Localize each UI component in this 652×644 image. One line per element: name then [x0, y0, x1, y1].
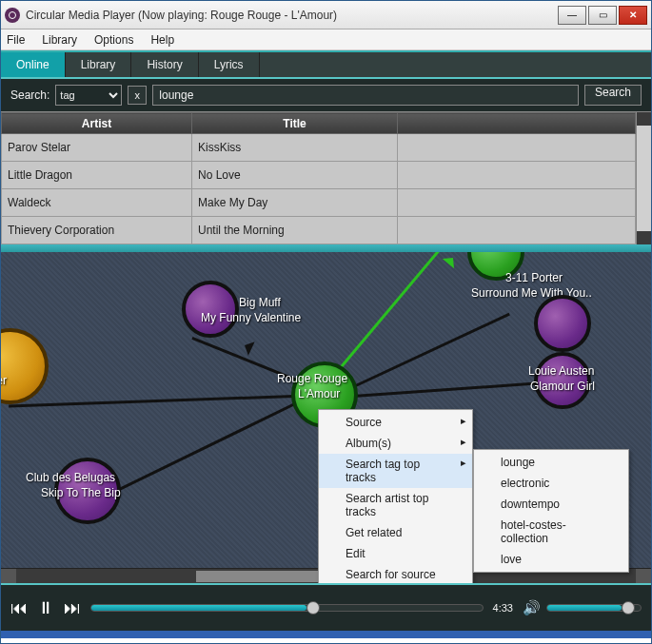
app-window: Circular Media Player (Now playing: Roug…: [0, 0, 652, 644]
volume-control: 🔊: [523, 599, 642, 616]
table-row[interactable]: Parov StelarKissKiss: [2, 134, 636, 162]
tab-history[interactable]: History: [131, 52, 198, 77]
node-label: L'Amour: [298, 387, 340, 400]
menu-file[interactable]: File: [7, 33, 25, 47]
sub-tag[interactable]: electronic: [474, 473, 628, 494]
volume-fill: [547, 605, 622, 611]
graph-node[interactable]: [182, 281, 239, 338]
edge: [345, 313, 509, 392]
results-table-wrap: Artist Title Parov StelarKissKiss Little…: [1, 111, 651, 244]
node-label: Skip To The Bip: [41, 486, 121, 499]
ctx-search-artist-top[interactable]: Search artist top tracks: [319, 488, 472, 522]
tab-online[interactable]: Online: [1, 52, 66, 77]
maximize-button[interactable]: ▭: [588, 6, 617, 25]
col-artist[interactable]: Artist: [2, 113, 192, 134]
pane-divider[interactable]: [1, 244, 651, 252]
arrowhead-icon: [234, 335, 254, 355]
node-label: My Funny Valentine: [201, 311, 301, 324]
seek-fill: [91, 605, 306, 611]
tab-library[interactable]: Library: [66, 52, 132, 77]
node-label: Rouge Rouge: [277, 372, 347, 385]
arrowhead-icon: [443, 252, 464, 268]
minimize-button[interactable]: —: [558, 6, 586, 25]
node-label: 3-11 Porter: [505, 271, 563, 284]
context-submenu: lounge electronic downtempo hotel-costes…: [473, 449, 629, 573]
seek-knob[interactable]: [306, 601, 320, 615]
prev-button[interactable]: ⏮: [10, 598, 28, 618]
col-blank: [398, 113, 636, 134]
clear-search-button[interactable]: x: [128, 86, 147, 105]
titlebar[interactable]: Circular Media Player (Now playing: Roug…: [1, 1, 651, 29]
sub-tag[interactable]: downtempo: [474, 494, 628, 515]
table-row[interactable]: Little DragonNo Love: [2, 162, 636, 189]
tab-lyrics[interactable]: Lyrics: [199, 52, 260, 77]
edge: [9, 395, 294, 407]
node-label: Big Muff: [239, 296, 281, 309]
sub-tag[interactable]: hotel-costes-collection: [474, 515, 628, 549]
sub-tag[interactable]: lounge: [474, 452, 628, 473]
close-button[interactable]: ✕: [619, 6, 647, 25]
context-menu: Source Album(s) Search tag top tracks Se…: [318, 409, 473, 583]
seek-slider[interactable]: [90, 604, 484, 612]
edge: [104, 400, 302, 498]
menubar: File Library Options Help: [1, 29, 651, 50]
search-button[interactable]: Search: [584, 85, 642, 106]
search-mode-select[interactable]: tag: [55, 85, 122, 106]
window-controls: — ▭ ✕: [558, 6, 647, 25]
col-title[interactable]: Title: [192, 113, 398, 134]
speaker-icon[interactable]: 🔊: [523, 599, 541, 616]
scroll-left-icon[interactable]: [1, 569, 16, 583]
scroll-right-icon[interactable]: [636, 569, 651, 583]
ctx-search-tag-top[interactable]: Search tag top tracks: [319, 454, 472, 488]
table-row[interactable]: Thievery CorporationUntil the Morning: [2, 217, 636, 244]
edge: [353, 381, 553, 398]
ctx-get-related[interactable]: Get related: [319, 522, 472, 543]
table-row[interactable]: WaldeckMake My Day: [2, 189, 636, 217]
bottom-accent: [1, 631, 651, 638]
volume-slider[interactable]: [546, 604, 642, 612]
window-title: Circular Media Player (Now playing: Roug…: [26, 9, 558, 22]
node-label: Louie Austen: [528, 364, 594, 378]
app-icon: [5, 8, 20, 23]
volume-knob[interactable]: [622, 601, 635, 615]
node-label: Club des Belugas: [26, 471, 115, 484]
player-bar: ⏮ ⏸ ⏭ 4:33 🔊: [1, 583, 651, 631]
node-label: Glamour Girl: [530, 380, 595, 393]
results-table: Artist Title Parov StelarKissKiss Little…: [1, 112, 636, 244]
time-total: 4:33: [493, 602, 513, 614]
graph-node[interactable]: [1, 328, 49, 404]
pause-button[interactable]: ⏸: [37, 598, 54, 618]
graph-view[interactable]: d loser Big Muff My Funny Valentine 3-11…: [1, 252, 651, 583]
menu-help[interactable]: Help: [150, 33, 174, 47]
menu-options[interactable]: Options: [94, 33, 133, 47]
ctx-edit[interactable]: Edit: [319, 543, 472, 564]
tab-bar: Online Library History Lyrics: [1, 50, 651, 79]
menu-library[interactable]: Library: [42, 33, 77, 47]
node-label: loser: [1, 374, 7, 387]
ctx-albums[interactable]: Album(s): [319, 433, 472, 454]
graph-node[interactable]: [534, 295, 591, 352]
search-label: Search:: [10, 88, 49, 102]
next-button[interactable]: ⏭: [64, 598, 81, 618]
sub-tag[interactable]: love: [474, 549, 628, 570]
table-scrollbar[interactable]: [636, 112, 651, 244]
search-row: Search: tag x Search: [1, 79, 651, 111]
ctx-source[interactable]: Source: [319, 412, 472, 433]
search-input[interactable]: [152, 85, 579, 106]
ctx-search-source[interactable]: Search for source: [319, 564, 472, 583]
